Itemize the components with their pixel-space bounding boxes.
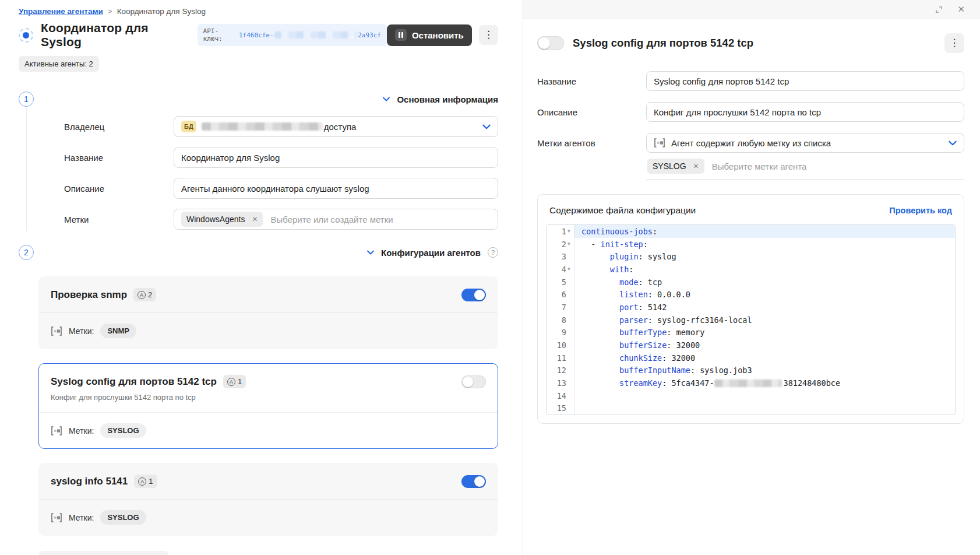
chevron-down-icon[interactable]	[949, 140, 957, 146]
yaml-key: listen	[619, 290, 648, 299]
chevron-down-icon[interactable]	[383, 97, 390, 101]
code-line[interactable]: 10 bufferSize: 32000	[547, 339, 955, 352]
config-card-title: syslog info 5141	[51, 476, 128, 487]
yaml-text: : 0.0.0.0	[648, 290, 690, 299]
toggle-knob	[463, 377, 473, 387]
toggle-knob	[474, 476, 485, 487]
yaml-text	[581, 353, 619, 363]
line-number: 13	[557, 378, 566, 388]
create-config-button[interactable]: + Создать конфигурацию	[38, 551, 169, 555]
code-line[interactable]: 14	[547, 389, 955, 402]
detail-menu-button[interactable]: ⋮	[944, 33, 964, 53]
expand-panel-button[interactable]	[935, 5, 943, 14]
main-info-fields: Владелец БД доступа Название Координатор…	[26, 108, 498, 231]
yaml-text	[581, 278, 619, 287]
code-line-content: bufferSize: 32000	[574, 339, 955, 352]
code-line-content: plugin: syslog	[574, 250, 955, 263]
owner-field-label: Владелец	[64, 122, 174, 132]
breadcrumb-current: Координатор для Syslog	[117, 7, 206, 16]
toggle-knob	[474, 290, 485, 300]
agent-letter-icon: A	[138, 291, 146, 299]
help-icon[interactable]: ?	[488, 247, 498, 258]
fold-chevron-icon[interactable]: ▼	[566, 229, 574, 234]
yaml-text: :	[643, 240, 648, 249]
agent-label-tag-text: SYSLOG	[653, 161, 686, 171]
tag-pill: SYSLOG	[100, 423, 146, 438]
config-card[interactable]: Проверка snmpA2Метки:SNMP	[38, 276, 498, 349]
section-configs-title: Конфигурации агентов	[381, 248, 481, 258]
code-line[interactable]: 8 parser: syslog-rfc3164-local	[547, 314, 955, 326]
check-code-link[interactable]: Проверить код	[889, 206, 952, 215]
breadcrumb-agents-link[interactable]: Управление агентами	[19, 7, 103, 16]
code-line[interactable]: 2▼ - init-step:	[547, 238, 955, 251]
code-line[interactable]: 15	[547, 402, 955, 415]
api-key-pill[interactable]: API-ключ: 1f460cfe- 2a93cf	[198, 24, 387, 46]
code-line[interactable]: 5 mode: tcp	[547, 276, 955, 289]
detail-panel-toolbar: ✕	[523, 0, 980, 19]
labels-input[interactable]: WindowsAgents ✕ Выберите или создайте ме…	[174, 209, 498, 230]
line-number-gutter: 13	[547, 377, 574, 389]
owner-select[interactable]: БД доступа	[174, 116, 498, 137]
line-number: 2	[562, 240, 566, 249]
name-input[interactable]: Координатор для Syslog	[174, 147, 498, 168]
agent-labels-mode-select[interactable]: Агент содержит любую метку из списка	[646, 133, 964, 153]
code-line-content: bufferType: memory	[574, 326, 955, 339]
code-line[interactable]: 1▼continuous-jobs:	[547, 225, 955, 238]
detail-description-input[interactable]: Конфиг для прослушки 5142 порта по tcp	[646, 102, 964, 122]
labels-field-label: Метки	[64, 215, 174, 224]
code-line[interactable]: 9 bufferType: memory	[547, 326, 955, 339]
coordinator-menu-button[interactable]: ⋮	[479, 25, 498, 45]
config-enabled-toggle[interactable]	[461, 289, 486, 301]
config-enabled-toggle[interactable]	[461, 375, 486, 388]
config-enabled-toggle[interactable]	[537, 36, 564, 50]
yaml-text	[581, 252, 610, 261]
yaml-key: mode	[619, 278, 639, 287]
detail-fields: Название Syslog config для портов 5142 t…	[537, 71, 964, 180]
config-card[interactable]: Syslog config для портов 5142 tcpA1Конфи…	[38, 363, 498, 449]
detail-name-value: Syslog config для портов 5142 tcp	[654, 76, 789, 86]
fold-chevron-icon[interactable]: ▼	[566, 241, 574, 247]
section-configs-header: 2 Конфигурации агентов ?	[19, 244, 498, 261]
code-line[interactable]: 6 listen: 0.0.0.0	[547, 288, 955, 301]
code-line[interactable]: 7 port: 5142	[547, 301, 955, 314]
owner-name-redacted	[202, 122, 323, 131]
remove-tag-icon[interactable]: ✕	[693, 162, 699, 170]
code-line[interactable]: 3 plugin: syslog	[547, 250, 955, 263]
label-tag-chip[interactable]: WindowsAgents ✕	[181, 212, 263, 227]
yaml-key: streamKey	[619, 378, 662, 388]
line-number-gutter: 9	[547, 326, 574, 339]
detail-name-input[interactable]: Syslog config для портов 5142 tcp	[646, 71, 964, 91]
chevron-down-icon[interactable]	[367, 250, 374, 255]
code-line[interactable]: 11 chunkSize: 32000	[547, 352, 955, 364]
config-enabled-toggle[interactable]	[461, 475, 486, 488]
description-input[interactable]: Агенты данного координатора слушают sysl…	[174, 178, 498, 199]
line-number: 15	[557, 403, 566, 413]
remove-tag-icon[interactable]: ✕	[252, 215, 258, 223]
agent-labels-tag-input[interactable]: SYSLOG ✕ Выберите метки агента	[646, 159, 964, 180]
code-line[interactable]: 12 bufferInputName: syslog.job3	[547, 364, 955, 377]
code-line[interactable]: 13 streamKey: 5fca4347-381248480bce	[547, 377, 955, 389]
section-number-badge: 1	[19, 92, 34, 107]
stop-button[interactable]: Остановить	[387, 24, 472, 46]
code-line-content: listen: 0.0.0.0	[574, 288, 955, 301]
fold-chevron-icon[interactable]: ▼	[566, 266, 574, 272]
yaml-text: -	[581, 240, 601, 249]
agent-labels-mode-value: Агент содержит любую метку из списка	[671, 138, 831, 148]
yaml-code-editor[interactable]: 1▼continuous-jobs:2▼ - init-step:3 plugi…	[546, 224, 956, 415]
chevron-down-icon[interactable]	[482, 124, 491, 129]
line-number-gutter: 11	[547, 352, 574, 364]
line-number: 11	[557, 353, 566, 363]
line-number: 7	[562, 303, 566, 312]
yaml-text	[581, 290, 619, 299]
line-number-gutter: 1▼	[547, 225, 574, 238]
code-line[interactable]: 4▼ with:	[547, 263, 955, 276]
close-panel-button[interactable]: ✕	[957, 4, 965, 15]
detail-header: Syslog config для портов 5142 tcp ⋮	[537, 33, 964, 53]
agent-label-tag-chip[interactable]: SYSLOG ✕	[647, 159, 704, 174]
yaml-text	[581, 378, 619, 388]
breadcrumb-separator: >	[108, 7, 112, 16]
close-icon: ✕	[957, 4, 965, 15]
active-agents-badge: Активные агенты: 2	[19, 56, 99, 72]
config-card[interactable]: syslog info 5141A1Метки:SYSLOG	[38, 463, 498, 536]
section-number-badge: 2	[19, 245, 34, 260]
